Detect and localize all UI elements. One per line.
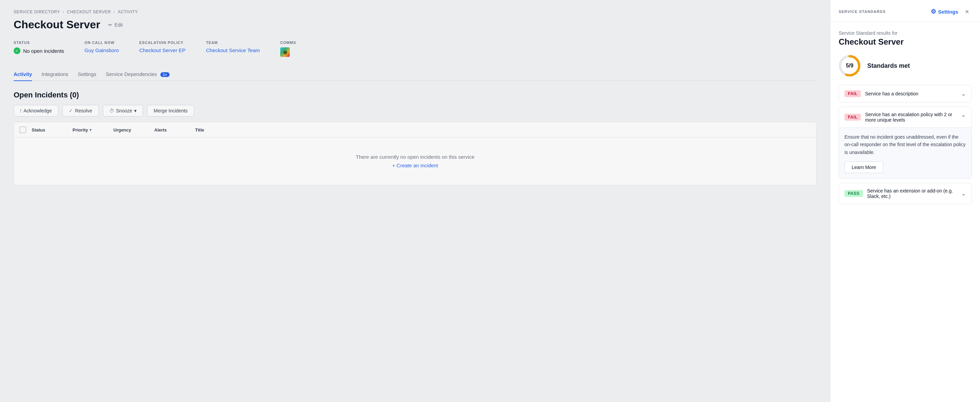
standard-item-extension-header[interactable]: Pass Service has an extension or add-on … (839, 183, 972, 204)
action-bar: ! Acknowledge ✓ Resolve ⏱ Snooze ▾ Merge… (14, 105, 816, 116)
incidents-table: Status Priority ▾ Urgency Alerts Title T… (14, 122, 816, 185)
status-row: STATUS ✓ No open incidents ON CALL NOW G… (14, 40, 816, 57)
pencil-icon: ✏ (108, 22, 112, 27)
panel-header: SERVICE STANDARDS ⚙ Settings × (830, 0, 980, 22)
standard-item-escalation-badge: Fail (845, 114, 861, 121)
tab-integrations[interactable]: Integrations (41, 68, 68, 81)
table-header: Status Priority ▾ Urgency Alerts Title (14, 122, 816, 138)
breadcrumb-item-activity: Activity (118, 10, 138, 14)
panel-header-label: SERVICE STANDARDS (839, 10, 886, 14)
page-title-row: Checkout Server ✏ Edit (14, 18, 816, 31)
status-ok-icon: ✓ (14, 47, 21, 54)
resolve-button[interactable]: ✓ Resolve (62, 105, 99, 116)
on-call-label: ON CALL NOW (84, 40, 119, 45)
score-circle: 5/9 (839, 55, 861, 77)
escalation-link[interactable]: Checkout Server EP (139, 47, 186, 53)
standard-item-description: Fail Service has a description ⌄ (839, 85, 972, 102)
standard-item-escalation: Fail Service has an escalation policy wi… (839, 107, 972, 179)
standard-item-extension-badge: Pass (845, 190, 863, 197)
snooze-button[interactable]: ⏱ Snooze ▾ (103, 105, 143, 116)
main-content: Service Directory › Checkout Server › Ac… (0, 0, 830, 402)
learn-more-button[interactable]: Learn More (845, 161, 883, 173)
breadcrumb-item-checkout-server[interactable]: Checkout Server (67, 10, 111, 14)
standard-item-extension-label: Service has an extension or add-on (e.g.… (867, 188, 961, 199)
settings-link[interactable]: ⚙ Settings (931, 8, 958, 15)
select-all-checkbox[interactable] (19, 126, 26, 133)
service-dependencies-badge: 1+ (161, 72, 170, 77)
settings-label: Settings (938, 9, 958, 14)
team-label: TEAM (206, 40, 260, 45)
col-header-status: Status (32, 128, 73, 132)
merge-incidents-button[interactable]: Merge Incidents (147, 105, 194, 116)
col-header-alerts: Alerts (154, 128, 195, 132)
col-header-title: Title (195, 128, 811, 132)
standard-item-escalation-left: Fail Service has an escalation policy wi… (845, 112, 961, 123)
standard-item-description-chevron-icon: ⌄ (961, 90, 966, 97)
status-label: STATUS (14, 40, 64, 45)
escalation-body-description: Ensure that no incident goes unaddressed… (845, 133, 966, 156)
snooze-chevron-icon: ▾ (134, 108, 137, 113)
standards-met-label: Standards met (867, 62, 910, 70)
score-text: 5/9 (846, 63, 853, 69)
breadcrumb-separator-1: › (63, 10, 64, 14)
escalation-group: ESCALATION POLICY Checkout Server EP (139, 40, 186, 54)
standard-item-escalation-body: Ensure that no incident goes unaddressed… (839, 128, 972, 179)
standard-item-description-header[interactable]: Fail Service has a description ⌄ (839, 85, 972, 102)
breadcrumb-item-service-directory[interactable]: Service Directory (14, 10, 60, 14)
open-incidents-title: Open Incidents (0) (14, 91, 816, 99)
breadcrumb-separator-2: › (113, 10, 115, 14)
standard-item-escalation-chevron-icon: ⌄ (961, 113, 966, 121)
acknowledge-icon: ! (20, 108, 21, 113)
on-call-group: ON CALL NOW Guy Gainsboro (84, 40, 119, 54)
standard-item-escalation-header[interactable]: Fail Service has an escalation policy wi… (839, 107, 972, 128)
panel-service-name: Checkout Server (839, 37, 972, 47)
page-title: Checkout Server (14, 18, 100, 31)
acknowledge-label: Acknowledge (24, 108, 52, 113)
resolve-label: Resolve (75, 108, 92, 113)
tab-activity[interactable]: Activity (14, 68, 32, 81)
comms-label: COMMS (280, 40, 296, 45)
snooze-label: Snooze (116, 108, 132, 113)
priority-sort-icon: ▾ (89, 128, 92, 132)
tab-service-dependencies[interactable]: Service Dependencies 1+ (106, 68, 170, 81)
panel-header-actions: ⚙ Settings × (931, 7, 972, 16)
on-call-link[interactable]: Guy Gainsboro (84, 47, 119, 53)
resolve-icon: ✓ (69, 108, 73, 113)
panel-subtitle: Service Standard results for (839, 30, 972, 36)
empty-state-text: There are currently no open incidents on… (19, 154, 811, 160)
panel-body: Service Standard results for Checkout Se… (830, 22, 980, 216)
standard-item-extension: Pass Service has an extension or add-on … (839, 183, 972, 204)
standard-item-escalation-label: Service has an escalation policy with 2 … (865, 112, 961, 123)
acknowledge-button[interactable]: ! Acknowledge (14, 105, 58, 116)
standard-item-description-left: Fail Service has a description (845, 90, 918, 97)
snooze-icon: ⏱ (109, 108, 114, 113)
status-group: STATUS ✓ No open incidents (14, 40, 64, 54)
col-header-urgency: Urgency (113, 128, 154, 132)
edit-button[interactable]: ✏ Edit (105, 21, 125, 29)
col-header-priority[interactable]: Priority ▾ (73, 128, 113, 132)
team-group: TEAM Checkout Service Team (206, 40, 260, 54)
breadcrumb: Service Directory › Checkout Server › Ac… (14, 10, 816, 14)
standard-item-extension-left: Pass Service has an extension or add-on … (845, 188, 961, 199)
standard-item-description-label: Service has a description (865, 91, 918, 96)
service-standards-panel: SERVICE STANDARDS ⚙ Settings × Service S… (830, 0, 980, 402)
create-incident-link[interactable]: + Create an incident (392, 163, 438, 168)
escalation-label: ESCALATION POLICY (139, 40, 186, 45)
close-panel-button[interactable]: × (962, 7, 972, 16)
score-row: 5/9 Standards met (839, 55, 972, 77)
tabs: Activity Integrations Settings Service D… (14, 68, 816, 81)
status-value: ✓ No open incidents (14, 47, 64, 54)
table-empty-state: There are currently no open incidents on… (14, 138, 816, 185)
merge-label: Merge Incidents (154, 108, 188, 113)
edit-label: Edit (115, 22, 123, 27)
standard-item-extension-chevron-icon: ⌄ (961, 190, 966, 197)
tab-settings[interactable]: Settings (78, 68, 96, 81)
slack-icon[interactable]: ⊕ (280, 47, 290, 57)
standard-item-description-badge: Fail (845, 90, 861, 97)
gear-icon: ⚙ (931, 8, 936, 15)
comms-group: COMMS ⊕ (280, 40, 296, 57)
team-link[interactable]: Checkout Service Team (206, 47, 260, 53)
status-text: No open incidents (23, 48, 64, 54)
